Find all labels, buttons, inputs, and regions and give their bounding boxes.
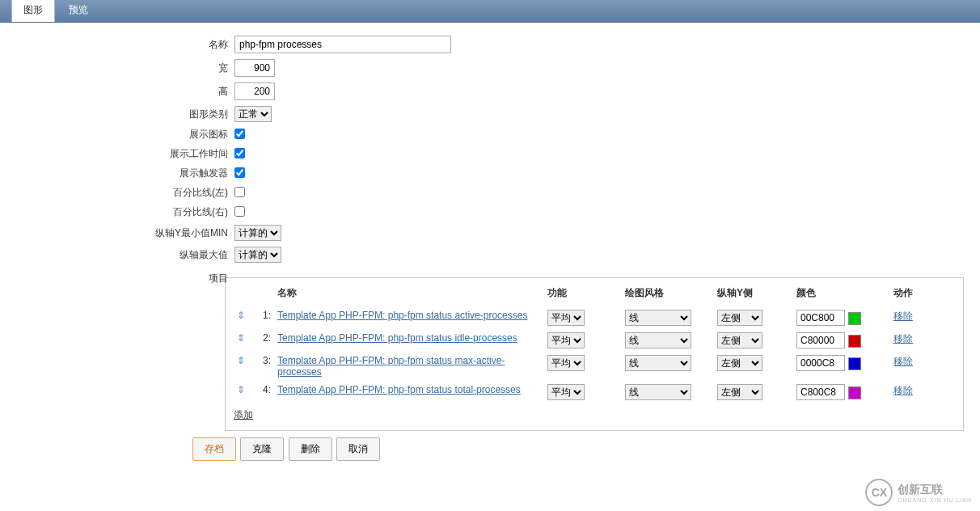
draw-select[interactable]: 线 — [625, 310, 691, 326]
color-input[interactable] — [796, 355, 845, 371]
color-swatch[interactable] — [848, 357, 861, 370]
remove-link[interactable]: 移除 — [893, 385, 913, 396]
type-label: 图形类别 — [16, 108, 234, 121]
remove-link[interactable]: 移除 — [893, 356, 913, 367]
tab-bar: 图形 预览 — [0, 0, 980, 23]
height-input[interactable] — [234, 82, 275, 100]
col-draw: 绘图风格 — [622, 281, 714, 306]
yaxis-select[interactable]: 左侧 — [717, 355, 762, 371]
items-label: 项目 — [16, 268, 234, 285]
ymin-label: 纵轴Y最小值MIN — [16, 226, 234, 240]
color-swatch[interactable] — [848, 335, 861, 348]
name-label: 名称 — [16, 38, 234, 52]
percent-left-checkbox[interactable] — [234, 187, 245, 197]
item-name-link[interactable]: Template App PHP-FPM: php-fpm status idl… — [277, 332, 517, 344]
col-yaxis: 纵轴Y侧 — [714, 281, 793, 306]
clone-button[interactable]: 克隆 — [240, 437, 284, 461]
item-name-link[interactable]: Template App PHP-FPM: php-fpm status max… — [277, 355, 505, 378]
ymax-label: 纵轴最大值 — [16, 248, 234, 262]
save-button[interactable]: 存档 — [192, 437, 236, 461]
height-label: 高 — [16, 85, 234, 99]
yaxis-select[interactable]: 左侧 — [717, 310, 762, 326]
remove-link[interactable]: 移除 — [893, 310, 913, 322]
drag-handle-icon[interactable]: ⇕ — [237, 332, 245, 344]
color-swatch[interactable] — [848, 386, 861, 399]
show-legend-checkbox[interactable] — [234, 129, 245, 139]
percent-right-label: 百分比线(右) — [16, 205, 234, 219]
show-worktime-label: 展示工作时间 — [16, 147, 234, 161]
width-input[interactable] — [234, 59, 275, 77]
drag-handle-icon[interactable]: ⇕ — [237, 384, 245, 395]
color-swatch[interactable] — [848, 312, 861, 325]
color-input[interactable] — [796, 332, 845, 348]
tab-graph[interactable]: 图形 — [11, 0, 55, 22]
tab-preview[interactable]: 预览 — [57, 0, 100, 22]
percent-left-label: 百分比线(左) — [16, 186, 234, 200]
item-name-link[interactable]: Template App PHP-FPM: php-fpm status act… — [277, 310, 527, 321]
color-input[interactable] — [796, 384, 845, 400]
percent-right-checkbox[interactable] — [234, 206, 245, 217]
width-label: 宽 — [16, 61, 234, 75]
func-select[interactable]: 平均 — [547, 384, 585, 400]
table-row: ⇕1:Template App PHP-FPM: php-fpm status … — [234, 306, 955, 329]
items-table: 名称 功能 绘图风格 纵轴Y侧 颜色 动作 ⇕1:Template App PH… — [234, 281, 955, 403]
cancel-button[interactable]: 取消 — [336, 437, 380, 461]
show-worktime-checkbox[interactable] — [234, 148, 245, 158]
row-index: 3: — [253, 352, 274, 381]
ymin-select[interactable]: 计算的 — [234, 225, 281, 241]
col-name: 名称 — [274, 281, 544, 306]
func-select[interactable]: 平均 — [547, 355, 585, 371]
draw-select[interactable]: 线 — [625, 384, 691, 400]
row-index: 4: — [253, 381, 274, 403]
item-name-link[interactable]: Template App PHP-FPM: php-fpm status tot… — [277, 384, 521, 395]
drag-handle-icon[interactable]: ⇕ — [237, 310, 245, 321]
remove-link[interactable]: 移除 — [893, 333, 913, 344]
yaxis-select[interactable]: 左侧 — [717, 332, 762, 348]
col-color: 颜色 — [793, 281, 890, 306]
name-input[interactable] — [234, 36, 451, 53]
yaxis-select[interactable]: 左侧 — [717, 384, 762, 400]
row-index: 1: — [253, 306, 274, 329]
delete-button[interactable]: 删除 — [289, 437, 332, 461]
row-index: 2: — [253, 329, 274, 352]
col-func: 功能 — [544, 281, 622, 306]
func-select[interactable]: 平均 — [547, 310, 585, 326]
show-triggers-checkbox[interactable] — [234, 167, 245, 178]
func-select[interactable]: 平均 — [547, 332, 585, 348]
draw-select[interactable]: 线 — [625, 355, 691, 371]
show-legend-label: 展示图标 — [16, 128, 234, 141]
type-select[interactable]: 正常 — [234, 106, 272, 122]
table-row: ⇕4:Template App PHP-FPM: php-fpm status … — [234, 381, 955, 403]
table-row: ⇕2:Template App PHP-FPM: php-fpm status … — [234, 329, 955, 352]
col-action: 动作 — [890, 281, 955, 306]
draw-select[interactable]: 线 — [625, 332, 691, 348]
add-item-link[interactable]: 添加 — [234, 408, 253, 422]
drag-handle-icon[interactable]: ⇕ — [237, 355, 245, 366]
table-row: ⇕3:Template App PHP-FPM: php-fpm status … — [234, 352, 955, 381]
ymax-select[interactable]: 计算的 — [234, 247, 281, 263]
color-input[interactable] — [796, 310, 845, 326]
show-triggers-label: 展示触发器 — [16, 167, 234, 180]
